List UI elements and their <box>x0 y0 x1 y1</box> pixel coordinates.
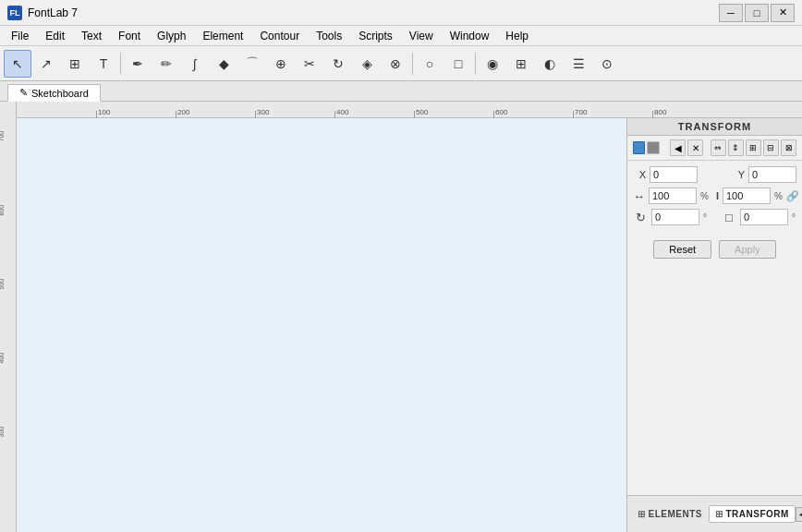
elements-tab-icon: ⊞ <box>638 509 646 519</box>
ruler-v-label: 600 <box>0 205 5 216</box>
ruler-h-label: 800 <box>654 108 666 116</box>
panel-icons-row: ◀ ✕ ⇔ ⇕ ⊞ ⊟ ⊠ <box>627 136 802 161</box>
menu-item-help[interactable]: Help <box>498 27 536 45</box>
height-unit: % <box>774 191 783 201</box>
pin-tool-tool-btn[interactable]: ⊗ <box>382 50 409 78</box>
blue-color-btn[interactable] <box>633 141 645 154</box>
skew-input[interactable] <box>740 209 788 225</box>
rect-tool-tool-btn[interactable]: □ <box>444 50 472 78</box>
panel-align2-icon[interactable]: ⊟ <box>763 139 779 156</box>
ruler-h-line <box>96 111 97 118</box>
hand-tool-tool-btn[interactable]: ☰ <box>565 50 592 78</box>
ruler-v-label: 500 <box>0 279 5 290</box>
xy-row: X Y <box>633 166 796 183</box>
titlebar-controls: ─ □ ✕ <box>719 4 795 22</box>
transform-panel: TRANSFORM ◀ ✕ ⇔ ⇕ ⊞ ⊟ ⊠ X <box>626 118 802 495</box>
canvas-area[interactable]: 100200300400500600700800 TRANSFORM ◀ ✕ ⇔… <box>17 102 802 532</box>
menu-item-view[interactable]: View <box>402 27 441 45</box>
skew-unit: ° <box>792 212 796 223</box>
ruler-h-line <box>493 111 494 118</box>
menu-item-contour[interactable]: Contour <box>252 27 307 45</box>
menubar: FileEditTextFontGlyphElementContourTools… <box>0 26 802 46</box>
elements-tab[interactable]: ⊞ ELEMENTS <box>631 505 709 523</box>
menu-item-edit[interactable]: Edit <box>38 27 72 45</box>
bezier-tool-tool-btn[interactable]: ∫ <box>181 50 209 78</box>
ruler-h-line <box>334 111 335 118</box>
ruler-h-line <box>652 111 653 118</box>
smart-tool-tool-btn[interactable]: ◆ <box>210 50 237 78</box>
sketchboard-tab[interactable]: ✎ Sketchboard <box>7 84 101 102</box>
add-point-tool-btn[interactable]: ⊕ <box>267 50 295 78</box>
menu-item-window[interactable]: Window <box>443 27 497 45</box>
menu-item-glyph[interactable]: Glyph <box>150 27 193 45</box>
ruler-h-label: 400 <box>336 108 348 116</box>
x-input[interactable] <box>650 166 698 183</box>
width-icon: ↔ <box>633 189 645 203</box>
width-unit: % <box>700 191 709 201</box>
tab-icon: ✎ <box>19 87 28 99</box>
measure-tool-tool-btn[interactable]: ⊙ <box>593 50 621 78</box>
reset-button[interactable]: Reset <box>653 240 711 259</box>
titlebar-left: FL FontLab 7 <box>7 6 78 20</box>
menu-item-scripts[interactable]: Scripts <box>351 27 400 45</box>
panel-close-icon[interactable]: ✕ <box>687 139 703 156</box>
apply-button[interactable]: Apply <box>719 240 776 259</box>
link-btn[interactable]: 🔗 <box>786 188 799 203</box>
ruler-v-label: 400 <box>0 353 5 364</box>
transform-tab-icon: ⊞ <box>715 509 723 519</box>
ruler-h-line <box>573 111 574 118</box>
ruler-h-label: 700 <box>575 108 587 116</box>
width-row: ↔ % I % 🔗 <box>633 187 796 204</box>
ruler-horizontal: 100200300400500600700800 <box>17 102 802 118</box>
panel-prev-btn[interactable]: ◀ <box>796 507 802 522</box>
y-input[interactable] <box>748 166 796 183</box>
pen-tool-tool-btn[interactable]: ✒ <box>124 50 152 78</box>
close-button[interactable]: ✕ <box>771 4 795 22</box>
ruler-h-label: 600 <box>495 108 507 116</box>
tabbar: ✎ Sketchboard <box>0 81 802 102</box>
panel-flip1-icon[interactable]: ⇔ <box>711 139 726 156</box>
curve-tool-tool-btn[interactable]: ⌒ <box>238 50 266 78</box>
node-select-tool-btn[interactable]: ↗ <box>32 50 60 78</box>
text-tool-tool-btn[interactable]: T <box>90 50 117 78</box>
app-icon: FL <box>7 6 22 20</box>
toolbar-separator <box>120 53 121 75</box>
maximize-button[interactable]: □ <box>745 4 769 22</box>
panel-flip2-icon[interactable]: ⇕ <box>728 139 744 156</box>
glyph-select-tool-btn[interactable]: ⊞ <box>61 50 89 78</box>
gray-color-btn[interactable] <box>647 141 659 154</box>
arrow-select-tool-btn[interactable]: ↖ <box>4 50 31 78</box>
main-layout: 700600500400300 100200300400500600700800… <box>0 102 802 532</box>
panel-move-icon[interactable]: ◀ <box>670 139 686 156</box>
menu-item-font[interactable]: Font <box>111 27 148 45</box>
menu-item-file[interactable]: File <box>4 27 36 45</box>
ruler-vertical: 700600500400300 <box>0 102 17 532</box>
angle-input[interactable] <box>651 209 699 225</box>
menu-item-tools[interactable]: Tools <box>309 27 349 45</box>
panel-align1-icon[interactable]: ⊞ <box>746 139 761 156</box>
transform-tab-label: TRANSFORM <box>725 509 788 519</box>
ruler-h-label: 500 <box>416 108 428 116</box>
width-input[interactable] <box>649 187 697 204</box>
minimize-button[interactable]: ─ <box>719 4 743 22</box>
transform-fields: X Y ↔ % I % 🔗 <box>627 161 802 231</box>
scissors-tool-btn[interactable]: ✂ <box>296 50 323 78</box>
panel-title: TRANSFORM <box>627 118 802 136</box>
anchor-tool-tool-btn[interactable]: ◈ <box>353 50 381 78</box>
titlebar: FL FontLab 7 ─ □ ✕ <box>0 0 802 26</box>
panel-align3-icon[interactable]: ⊠ <box>781 139 796 156</box>
skew-icon: □ <box>722 211 736 224</box>
ruler-h-line <box>255 111 256 118</box>
pencil-tool-tool-btn[interactable]: ✏ <box>152 50 180 78</box>
menu-item-text[interactable]: Text <box>74 27 109 45</box>
paint-bucket-tool-btn[interactable]: ◐ <box>536 50 564 78</box>
brush-tool-tool-btn[interactable]: ◉ <box>479 50 506 78</box>
height-input[interactable] <box>723 187 771 204</box>
canvas[interactable] <box>17 118 626 532</box>
rotate-tool-tool-btn[interactable]: ↻ <box>324 50 352 78</box>
transform-tab[interactable]: ⊞ TRANSFORM <box>709 505 796 523</box>
component-tool-tool-btn[interactable]: ⊞ <box>507 50 535 78</box>
angle-icon: ↻ <box>633 211 648 224</box>
menu-item-element[interactable]: Element <box>195 27 250 45</box>
ellipse-tool-tool-btn[interactable]: ○ <box>416 50 444 78</box>
